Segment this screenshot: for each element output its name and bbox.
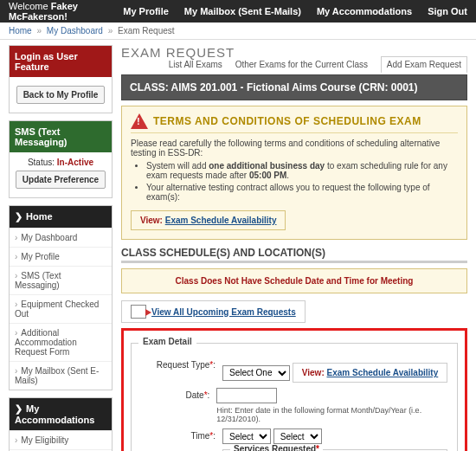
document-arrow-icon xyxy=(131,305,146,319)
warning-icon xyxy=(131,113,148,129)
nav-sign-out[interactable]: Sign Out xyxy=(428,6,467,16)
time-label: Time*: xyxy=(140,428,222,441)
exam-detail-fieldset: Exam Detail Request Type*: Select One Vi… xyxy=(131,343,458,451)
crumb-current: Exam Request xyxy=(118,26,175,35)
time-min-select[interactable]: Select xyxy=(273,428,322,444)
home-box-header: ❯Home xyxy=(10,206,112,228)
services-title: Services Requested* xyxy=(230,444,323,451)
breadcrumb: Home » My Dashboard » Exam Request xyxy=(0,23,476,40)
tab-add-exam[interactable]: Add Exam Request xyxy=(381,56,467,74)
date-input[interactable] xyxy=(216,388,277,403)
crumb-home[interactable]: Home xyxy=(9,26,32,35)
schedule-section-title: CLASS SCHEDULE(S) AND LOCATION(S) xyxy=(121,247,467,263)
chevron-down-icon: ❯ xyxy=(15,403,23,414)
nav-my-mailbox[interactable]: My Mailbox (Sent E-Mails) xyxy=(184,6,301,16)
terms-intro: Please read carefully the following term… xyxy=(131,139,458,158)
exam-detail-highlight: Exam Detail Request Type*: Select One Vi… xyxy=(121,328,467,451)
login-box-header: Login as User Feature xyxy=(10,46,112,77)
accom-box-header: ❯My Accommodations xyxy=(10,398,112,430)
chevron-down-icon: ❯ xyxy=(15,211,23,222)
exam-availability-link[interactable]: Exam Schedule Availability xyxy=(165,216,277,225)
date-label: Date*: xyxy=(140,388,216,400)
request-type-select[interactable]: Select One xyxy=(222,365,290,381)
sms-status: Status: In-Active xyxy=(15,158,106,167)
sms-box-header: SMS (Text Messaging) xyxy=(10,121,112,152)
sidebar-item-dashboard[interactable]: My Dashboard xyxy=(10,228,112,247)
page-title: EXAM REQUEST xyxy=(121,45,235,60)
tab-other-exams[interactable]: Other Exams for the Current Class xyxy=(235,60,368,69)
exam-detail-legend: Exam Detail xyxy=(138,337,196,346)
welcome-text: Welcome Fakey McFakerson! xyxy=(9,1,107,22)
no-schedule-msg: Class Does Not Have Schedule Date and Ti… xyxy=(121,268,467,293)
main-content: EXAM REQUEST List All Exams Other Exams … xyxy=(121,45,467,451)
crumb-dashboard[interactable]: My Dashboard xyxy=(47,26,103,35)
sidebar-item-accom-form[interactable]: Additional Accommodation Request Form xyxy=(10,323,112,361)
class-header: CLASS: AIMS 201.001 - Fictional Aims Cou… xyxy=(121,74,467,100)
terms-bullet: Your alternative testing contract allows… xyxy=(146,183,458,202)
exam-availability-link-2[interactable]: Exam Schedule Availability xyxy=(327,368,439,377)
upcoming-requests-link[interactable]: View All Upcoming Exam Requests xyxy=(151,307,296,317)
top-bar: Welcome Fakey McFakerson! My Profile My … xyxy=(0,0,476,23)
view-availability-box: View: Exam Schedule Availability xyxy=(131,210,286,230)
sidebar: Login as User Feature Back to My Profile… xyxy=(9,45,113,451)
nav-my-profile[interactable]: My Profile xyxy=(123,6,169,16)
upcoming-requests-box[interactable]: View All Upcoming Exam Requests xyxy=(121,300,306,323)
terms-title: TERMS AND CONDITIONS OF SCHEDULING EXAM xyxy=(153,115,421,127)
sidebar-item-sms[interactable]: SMS (Text Messaging) xyxy=(10,266,112,294)
terms-bullet: System will add one additional business … xyxy=(146,161,458,180)
crumb-sep: » xyxy=(108,26,113,35)
nav-my-accommodations[interactable]: My Accommodations xyxy=(317,6,412,16)
request-type-label: Request Type*: xyxy=(140,358,222,370)
crumb-sep: » xyxy=(36,26,42,35)
sidebar-item-eligibility[interactable]: My Eligibility xyxy=(10,430,112,449)
date-hint: Hint: Enter date in the following format… xyxy=(216,406,448,423)
sidebar-item-mailbox[interactable]: My Mailbox (Sent E-Mails) xyxy=(10,361,112,390)
back-to-profile-button[interactable]: Back to My Profile xyxy=(16,86,106,104)
update-preference-button[interactable]: Update Preference xyxy=(16,171,106,189)
tab-list-all[interactable]: List All Exams xyxy=(169,60,222,69)
sidebar-item-equipment[interactable]: Equipment Checked Out xyxy=(10,294,112,323)
time-hour-select[interactable]: Select xyxy=(222,428,271,444)
terms-box: TERMS AND CONDITIONS OF SCHEDULING EXAM … xyxy=(121,106,467,240)
sidebar-item-profile[interactable]: My Profile xyxy=(10,247,112,266)
